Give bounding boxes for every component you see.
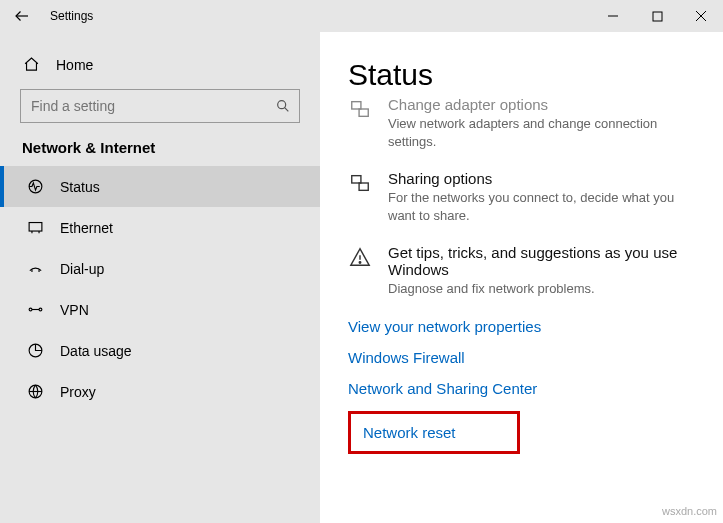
home-label: Home bbox=[56, 57, 93, 73]
option-title: Change adapter options bbox=[388, 96, 703, 113]
maximize-button[interactable] bbox=[635, 0, 679, 32]
nav-item-proxy[interactable]: Proxy bbox=[0, 371, 320, 412]
watermark: wsxdn.com bbox=[662, 505, 717, 517]
search-box[interactable] bbox=[20, 89, 300, 123]
nav-item-status[interactable]: Status bbox=[0, 166, 320, 207]
sharing-icon bbox=[348, 170, 372, 224]
titlebar: Settings bbox=[0, 0, 723, 32]
nav-label: Dial-up bbox=[60, 261, 104, 277]
svg-rect-1 bbox=[653, 12, 662, 21]
option-tips[interactable]: Get tips, tricks, and suggestions as you… bbox=[348, 244, 703, 298]
proxy-icon bbox=[26, 383, 44, 400]
link-sharing-center[interactable]: Network and Sharing Center bbox=[348, 380, 703, 397]
svg-rect-14 bbox=[352, 176, 361, 183]
home-link[interactable]: Home bbox=[0, 50, 320, 83]
nav-list: Status Ethernet Dial-up bbox=[0, 166, 320, 412]
home-icon bbox=[22, 56, 40, 73]
window-title: Settings bbox=[44, 9, 93, 23]
close-button[interactable] bbox=[679, 0, 723, 32]
nav-label: Ethernet bbox=[60, 220, 113, 236]
minimize-button[interactable] bbox=[591, 0, 635, 32]
svg-point-9 bbox=[39, 308, 42, 311]
svg-point-8 bbox=[29, 308, 32, 311]
vpn-icon bbox=[26, 301, 44, 318]
ethernet-icon bbox=[26, 219, 44, 236]
nav-item-ethernet[interactable]: Ethernet bbox=[0, 207, 320, 248]
option-adapter[interactable]: Change adapter options View network adap… bbox=[348, 96, 703, 150]
option-desc: For the networks you connect to, decide … bbox=[388, 189, 703, 224]
search-input[interactable] bbox=[29, 97, 275, 115]
dialup-icon bbox=[26, 260, 44, 277]
svg-line-5 bbox=[285, 108, 289, 112]
svg-rect-13 bbox=[359, 109, 368, 116]
svg-rect-15 bbox=[359, 183, 368, 190]
nav-label: VPN bbox=[60, 302, 89, 318]
nav-item-vpn[interactable]: VPN bbox=[0, 289, 320, 330]
nav-item-datausage[interactable]: Data usage bbox=[0, 330, 320, 371]
svg-point-4 bbox=[278, 101, 286, 109]
warning-icon bbox=[348, 244, 372, 298]
svg-point-17 bbox=[359, 262, 360, 263]
adapter-icon bbox=[348, 96, 372, 150]
option-title: Get tips, tricks, and suggestions as you… bbox=[388, 244, 703, 278]
option-title: Sharing options bbox=[388, 170, 703, 187]
svg-rect-7 bbox=[29, 223, 42, 232]
sidebar: Home Network & Internet Status bbox=[0, 32, 320, 523]
link-network-properties[interactable]: View your network properties bbox=[348, 318, 703, 335]
page-title: Status bbox=[348, 58, 703, 92]
data-usage-icon bbox=[26, 342, 44, 359]
option-desc: Diagnose and fix network problems. bbox=[388, 280, 703, 298]
status-icon bbox=[26, 178, 44, 195]
svg-rect-12 bbox=[352, 102, 361, 109]
link-windows-firewall[interactable]: Windows Firewall bbox=[348, 349, 703, 366]
nav-label: Status bbox=[60, 179, 100, 195]
search-icon bbox=[275, 98, 291, 114]
nav-label: Proxy bbox=[60, 384, 96, 400]
content-pane: Status Change adapter options View netwo… bbox=[320, 32, 723, 523]
option-sharing[interactable]: Sharing options For the networks you con… bbox=[348, 170, 703, 224]
option-desc: View network adapters and change connect… bbox=[388, 115, 703, 150]
back-button[interactable] bbox=[0, 0, 44, 32]
nav-label: Data usage bbox=[60, 343, 132, 359]
nav-item-dialup[interactable]: Dial-up bbox=[0, 248, 320, 289]
section-title: Network & Internet bbox=[0, 139, 320, 166]
link-network-reset[interactable]: Network reset bbox=[348, 411, 520, 454]
